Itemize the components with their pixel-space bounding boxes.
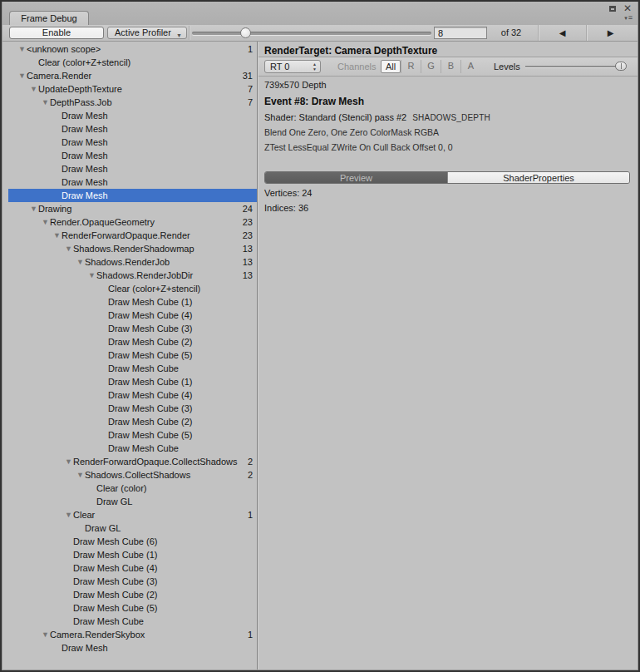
channel-button-g[interactable]: G	[421, 60, 441, 73]
tree-row-count: 13	[239, 255, 257, 269]
close-icon[interactable]: ✕	[623, 2, 632, 14]
tree-row[interactable]: ▼Clear1	[8, 508, 257, 521]
tree-row[interactable]: Draw Mesh Cube (2)	[8, 415, 257, 428]
expander-triangle-icon[interactable]: ▼	[30, 82, 38, 96]
tree-row[interactable]: ▼Shadows.RenderShadowmap13	[8, 242, 257, 255]
tree-row[interactable]: Draw Mesh Cube (6)	[8, 535, 257, 548]
expander-triangle-icon[interactable]: ▼	[30, 202, 38, 215]
expander-triangle-icon[interactable]: ▼	[18, 69, 27, 82]
expander-triangle-icon[interactable]: ▼	[42, 628, 50, 641]
tree-row[interactable]: Draw Mesh	[8, 109, 257, 122]
tree-row[interactable]: ▼<unknown scope>1	[8, 42, 257, 56]
tree-row-label: Draw Mesh Cube (4)	[73, 561, 257, 575]
expander-triangle-icon[interactable]: ▼	[53, 229, 62, 242]
tree-row[interactable]: Draw Mesh	[8, 149, 257, 162]
tree-row[interactable]: ▼RenderForwardOpaque.Render23	[8, 229, 257, 242]
tree-row[interactable]: Draw Mesh Cube (3)	[8, 322, 257, 335]
tree-row[interactable]: Draw Mesh	[8, 175, 257, 189]
tab-frame-debug[interactable]: Frame Debug	[9, 11, 89, 25]
active-profiler-dropdown[interactable]: Active Profiler ▼	[107, 27, 187, 39]
tree-row[interactable]: Draw Mesh	[8, 136, 257, 149]
frame-slider[interactable]	[192, 25, 431, 41]
expander-triangle-icon[interactable]: ▼	[42, 215, 50, 229]
expander-spacer	[100, 428, 108, 442]
tree-row[interactable]: Draw Mesh Cube	[8, 442, 257, 455]
expander-triangle-icon[interactable]: ▼	[65, 242, 73, 255]
frame-debug-window: Frame Debug ✕ ▾≡ Enable Active Profiler …	[0, 0, 640, 672]
maximize-icon[interactable]	[609, 6, 616, 12]
tree-row[interactable]: Draw Mesh Cube (4)	[8, 561, 257, 575]
tree-row[interactable]: ▼Drawing24	[8, 202, 257, 215]
tree-row[interactable]: Draw Mesh Cube (1)	[8, 295, 257, 309]
channel-button-a[interactable]: A	[460, 60, 480, 73]
tree-row[interactable]: ▼Camera.Render31	[8, 69, 257, 82]
tree-row[interactable]: ▼Shadows.CollectShadows2	[8, 468, 257, 482]
expander-triangle-icon[interactable]: ▼	[88, 269, 96, 282]
tree-row-label: Clear	[73, 508, 244, 521]
tree-row-count: 23	[239, 215, 257, 229]
tree-row[interactable]: Draw Mesh	[8, 641, 257, 655]
tree-row[interactable]: Draw Mesh Cube	[8, 615, 257, 628]
tree-row[interactable]: ▼Shadows.RenderJobDir13	[8, 269, 257, 282]
frame-number-input[interactable]	[434, 27, 487, 39]
channel-button-r[interactable]: R	[401, 60, 421, 73]
tree-row[interactable]: Draw Mesh	[8, 162, 257, 175]
tree-row[interactable]: ▼Render.OpaqueGeometry23	[8, 215, 257, 229]
channel-button-b[interactable]: B	[441, 60, 460, 73]
tree-row[interactable]: ▼DepthPass.Job7	[8, 96, 257, 109]
expander-triangle-icon[interactable]: ▼	[76, 255, 85, 269]
tree-row[interactable]: ▼Shadows.RenderJob13	[8, 255, 257, 269]
tree-row[interactable]: Draw Mesh Cube (2)	[8, 588, 257, 601]
tree-row-label: UpdateDepthTexture	[38, 82, 244, 96]
shader-text: Shader: Standard (Stencil) pass #2	[264, 112, 406, 122]
channel-button-all[interactable]: All	[381, 60, 401, 73]
main-toolbar: Enable Active Profiler ▼ of 32 ◀ ▶	[2, 25, 638, 42]
tree-row[interactable]: ▼Camera.RenderSkybox1	[8, 628, 257, 641]
tree-row[interactable]: Draw Mesh Cube (5)	[8, 348, 257, 362]
tab-preview[interactable]: Preview	[265, 172, 447, 183]
tree-row[interactable]: ▼RenderForwardOpaque.CollectShadows2	[8, 455, 257, 468]
tree-row[interactable]: Clear (color)	[8, 482, 257, 495]
frame-slider-track[interactable]	[192, 32, 431, 35]
expander-triangle-icon[interactable]: ▼	[42, 96, 50, 109]
prev-frame-button[interactable]: ◀	[538, 25, 586, 41]
tree-row[interactable]: Draw Mesh Cube (1)	[8, 548, 257, 561]
tree-row-label: DepthPass.Job	[50, 96, 244, 109]
tree-row[interactable]: Draw Mesh Cube (4)	[8, 388, 257, 402]
levels-slider[interactable]	[525, 57, 623, 76]
panel-divider[interactable]	[257, 42, 258, 670]
tree-row[interactable]: Draw Mesh Cube (5)	[8, 428, 257, 442]
tree-row[interactable]: Draw Mesh Cube (1)	[8, 375, 257, 388]
tree-row[interactable]: Clear (color+Z+stencil)	[8, 282, 257, 295]
tree-row[interactable]: Draw Mesh Cube (4)	[8, 309, 257, 322]
tree-row[interactable]: Draw Mesh	[8, 122, 257, 136]
chevron-down-icon: ▼	[176, 30, 182, 41]
window-menu-icon[interactable]: ▾≡	[624, 14, 633, 22]
expander-triangle-icon[interactable]: ▼	[65, 455, 73, 468]
tree-row[interactable]: Draw Mesh Cube (2)	[8, 335, 257, 348]
tree-row[interactable]: Draw Mesh Cube (5)	[8, 601, 257, 615]
tree-row-label: Draw Mesh Cube (5)	[108, 428, 257, 442]
tree-row[interactable]: Draw GL	[8, 521, 257, 535]
expander-triangle-icon[interactable]: ▼	[18, 42, 27, 56]
tree-row[interactable]: ▼UpdateDepthTexture7	[8, 82, 257, 96]
frame-slider-thumb[interactable]	[240, 27, 251, 38]
rt-select-dropdown[interactable]: RT 0 ▲▼	[264, 60, 321, 73]
tree-row[interactable]: Draw Mesh Cube	[8, 362, 257, 375]
tree-row[interactable]: Draw GL	[8, 495, 257, 508]
tree-row[interactable]: Draw Mesh Cube (3)	[8, 575, 257, 588]
tab-title: Frame Debug	[21, 13, 76, 23]
levels-minmax-thumb[interactable]	[615, 62, 627, 71]
next-frame-button[interactable]: ▶	[586, 25, 634, 41]
tree-row[interactable]: Draw Mesh Cube (3)	[8, 402, 257, 415]
expander-triangle-icon[interactable]: ▼	[76, 468, 85, 482]
expander-triangle-icon[interactable]: ▼	[65, 508, 73, 521]
enable-button[interactable]: Enable	[9, 27, 104, 39]
tree-row[interactable]: Clear (color+Z+stencil)	[8, 56, 257, 69]
levels-slider-track[interactable]	[525, 66, 623, 67]
channel-button-group: AllRGBA	[381, 60, 480, 73]
tree-row-count: 2	[244, 455, 257, 468]
titlebar[interactable]: Frame Debug ✕ ▾≡	[2, 2, 638, 25]
tree-row[interactable]: Draw Mesh	[8, 189, 257, 202]
tab-shaderproperties[interactable]: ShaderProperties	[447, 172, 629, 183]
